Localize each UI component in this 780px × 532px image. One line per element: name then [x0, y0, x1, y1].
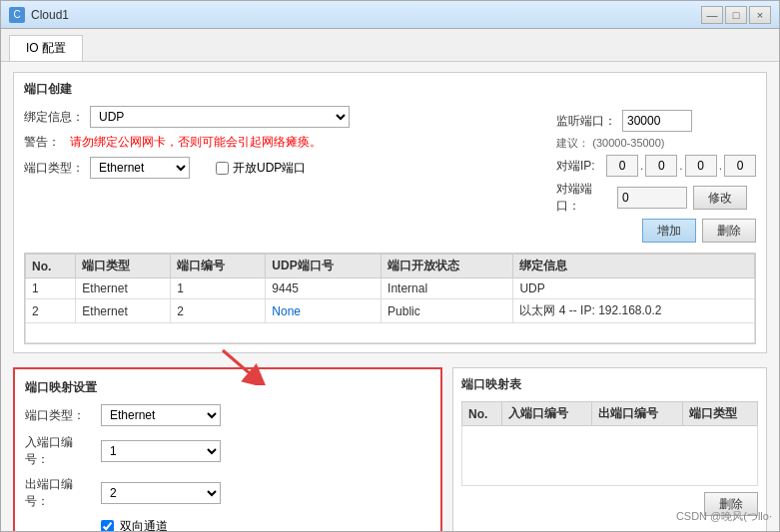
modify-button[interactable]: 修改 [693, 186, 747, 210]
close-button[interactable]: × [749, 6, 771, 24]
map-col-no: No. [462, 402, 502, 426]
add-button[interactable]: 增加 [642, 219, 696, 243]
tab-io-config[interactable]: IO 配置 [9, 35, 83, 61]
map-table-section: 端口映射表 No. 入端口编号 出端口编号 端口类型 [452, 367, 767, 531]
remote-port-row: 对端端口： 修改 [556, 181, 756, 215]
top-left: 绑定信息： UDP 警告： 请勿绑定公网网卡，否则可能会引起网络瘫痪。 端口类型… [24, 106, 546, 247]
arrow-svg [213, 345, 273, 385]
listen-input[interactable] [622, 110, 692, 132]
remote-ip-label: 对端IP: [556, 158, 600, 175]
map-out-select[interactable]: 2 [101, 482, 221, 504]
cell-no: 2 [26, 299, 76, 323]
col-status: 端口开放状态 [382, 255, 513, 278]
cell-portno: 2 [171, 299, 266, 323]
udp-checkbox[interactable] [216, 162, 229, 175]
cell-udp: None [266, 299, 382, 323]
remote-port-label: 对端端口： [556, 181, 611, 215]
map-type-label: 端口类型： [25, 407, 95, 424]
window-controls: — □ × [701, 6, 771, 24]
cell-portno: 1 [171, 278, 266, 299]
ip-seg-4[interactable] [724, 155, 756, 177]
bidirectional-checkbox[interactable] [101, 520, 114, 531]
map-col-out: 出端口编号 [592, 402, 682, 426]
map-type-row: 端口类型： Ethernet [25, 404, 430, 426]
port-type-select[interactable]: Ethernet [90, 157, 190, 179]
map-in-select[interactable]: 1 [101, 440, 221, 462]
tab-bar: IO 配置 [1, 29, 779, 62]
table-row-empty [26, 323, 755, 343]
ip-box: . . . [606, 155, 756, 177]
bidirectional-label: 双向通道 [120, 518, 168, 531]
port-type-label: 端口类型： [24, 160, 84, 177]
udp-checkbox-label: 开放UDP端口 [233, 160, 306, 177]
listen-row: 监听端口： [556, 110, 756, 132]
delete-button[interactable]: 删除 [702, 219, 756, 243]
table-row[interactable]: 2 Ethernet 2 None Public 以太网 4 -- IP: 19… [26, 299, 755, 323]
cell-no: 1 [26, 278, 76, 299]
map-checkbox-row: 双向通道 [25, 518, 430, 531]
warning-text: 请勿绑定公网网卡，否则可能会引起网络瘫痪。 [70, 134, 322, 151]
warning-label: 警告： [24, 134, 60, 151]
map-settings-section: 端口映射设置 端口类型： Ethernet 入端口编号： 1 [13, 367, 442, 531]
map-col-type: 端口类型 [682, 402, 757, 426]
bind-select[interactable]: UDP [90, 106, 350, 128]
remote-ip-row: 对端IP: . . . [556, 155, 756, 177]
table-row[interactable]: 1 Ethernet 1 9445 Internal UDP [26, 278, 755, 299]
ip-seg-3[interactable] [685, 155, 717, 177]
map-table-row-empty [462, 426, 758, 486]
cell-type: Ethernet [76, 278, 171, 299]
map-out-row: 出端口编号： 2 [25, 476, 430, 510]
cell-status: Public [382, 299, 513, 323]
suggest-range: (30000-35000) [592, 137, 664, 149]
bottom-grid: 端口映射设置 端口类型： Ethernet 入端口编号： 1 [13, 367, 767, 531]
top-right: 监听端口： 建议： (30000-35000) 对端IP: . . [556, 106, 756, 247]
add-delete-row: 增加 删除 [556, 219, 756, 243]
watermark: CSDN @晚风(つllo· [676, 509, 772, 524]
map-out-label: 出端口编号： [25, 476, 95, 510]
port-table: No. 端口类型 端口编号 UDP端口号 端口开放状态 绑定信息 1 Ether… [25, 254, 755, 343]
content-area: 端口创建 绑定信息： UDP 警告： 请勿绑定公网网卡，否则可能会引起网络瘫痪。 [1, 62, 779, 531]
col-bind: 绑定信息 [513, 255, 755, 278]
maximize-button[interactable]: □ [725, 6, 747, 24]
udp-checkbox-row: 开放UDP端口 [216, 160, 306, 177]
bind-label: 绑定信息： [24, 109, 84, 126]
port-type-row: 端口类型： Ethernet 开放UDP端口 [24, 157, 546, 179]
cell-type: Ethernet [76, 299, 171, 323]
map-table-title: 端口映射表 [461, 376, 758, 393]
map-data-table: No. 入端口编号 出端口编号 端口类型 [461, 401, 758, 486]
bind-row: 绑定信息： UDP [24, 106, 546, 128]
remote-port-input[interactable] [617, 187, 687, 209]
main-window: C Cloud1 — □ × IO 配置 端口创建 绑定信息： UDP [0, 0, 780, 532]
warning-row: 警告： 请勿绑定公网网卡，否则可能会引起网络瘫痪。 [24, 134, 546, 151]
map-col-in: 入端口编号 [502, 402, 592, 426]
suggest-text: 建议： [556, 137, 589, 149]
port-creation-title: 端口创建 [24, 81, 756, 98]
ip-seg-2[interactable] [645, 155, 677, 177]
col-portno: 端口编号 [171, 255, 266, 278]
window-title: Cloud1 [31, 8, 701, 22]
svg-line-1 [223, 350, 258, 380]
arrow-indicator [213, 345, 273, 388]
title-bar: C Cloud1 — □ × [1, 1, 779, 29]
cell-bind: 以太网 4 -- IP: 192.168.0.2 [513, 299, 755, 323]
port-table-section: No. 端口类型 端口编号 UDP端口号 端口开放状态 绑定信息 1 Ether… [24, 253, 756, 344]
cell-udp: 9445 [266, 278, 382, 299]
top-area: 绑定信息： UDP 警告： 请勿绑定公网网卡，否则可能会引起网络瘫痪。 端口类型… [24, 106, 756, 247]
map-type-select[interactable]: Ethernet [101, 404, 221, 426]
port-creation-section: 端口创建 绑定信息： UDP 警告： 请勿绑定公网网卡，否则可能会引起网络瘫痪。 [13, 72, 767, 353]
suggest-row: 建议： (30000-35000) [556, 136, 756, 151]
col-udp: UDP端口号 [266, 255, 382, 278]
col-type: 端口类型 [76, 255, 171, 278]
map-in-label: 入端口编号： [25, 434, 95, 468]
col-no: No. [26, 255, 76, 278]
map-in-row: 入端口编号： 1 [25, 434, 430, 468]
minimize-button[interactable]: — [701, 6, 723, 24]
listen-label: 监听端口： [556, 113, 616, 130]
cell-bind: UDP [513, 278, 755, 299]
app-icon: C [9, 7, 25, 23]
cell-status: Internal [382, 278, 513, 299]
ip-seg-1[interactable] [606, 155, 638, 177]
bottom-area: 端口映射设置 端口类型： Ethernet 入端口编号： 1 [13, 363, 767, 531]
